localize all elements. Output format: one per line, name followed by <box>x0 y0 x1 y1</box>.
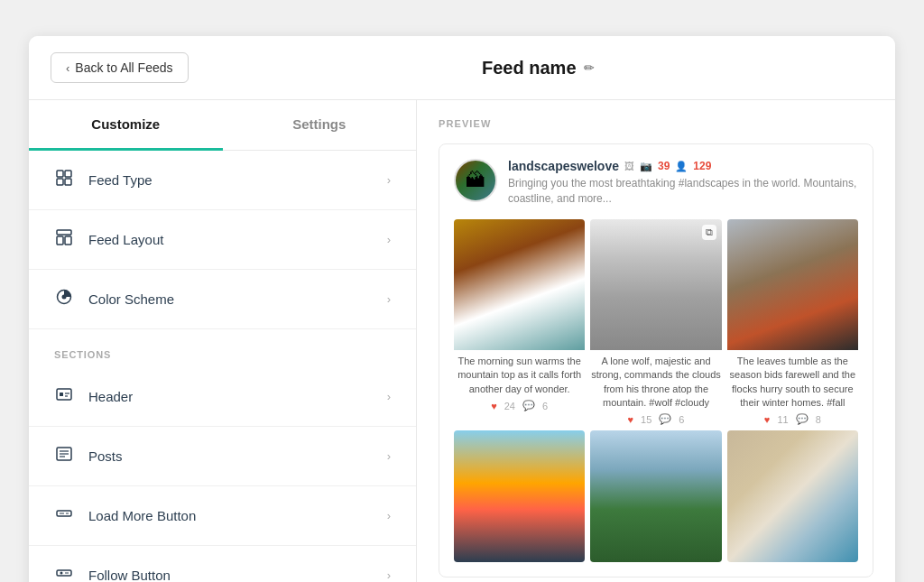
comment-icon-2: 💬 <box>659 413 671 425</box>
sidebar: Customize Settings Feed Type › <box>29 100 417 582</box>
sidebar-item-posts[interactable]: Posts › <box>29 427 416 486</box>
photo-image-6 <box>727 430 858 561</box>
feed-header: 🏔 landscapeswelove 🖼 📷 39 👤 129 Bringing… <box>454 159 858 207</box>
photo-cell-5[interactable] <box>590 430 721 561</box>
load-more-icon <box>54 504 74 527</box>
feed-type-chevron-icon: › <box>387 173 391 187</box>
likes-count-3: 11 <box>777 414 788 425</box>
photo-caption-3: The leaves tumble as the season bids far… <box>727 355 858 411</box>
follow-icon <box>54 564 74 583</box>
load-more-label: Load More Button <box>88 508 373 523</box>
feed-type-icon <box>54 169 74 191</box>
main-container: ‹ Back to All Feeds Feed name ✏ Customiz… <box>29 36 895 582</box>
svg-rect-1 <box>65 171 71 177</box>
feed-layout-icon <box>54 228 74 251</box>
svg-rect-10 <box>60 393 63 396</box>
photo-cell-4[interactable] <box>454 430 585 561</box>
follower-count: 129 <box>693 160 711 172</box>
preview-label: PREVIEW <box>439 118 873 129</box>
photo-grid: The morning sun warms the mountain top a… <box>454 219 858 562</box>
sidebar-item-color-scheme[interactable]: Color Scheme › <box>29 270 416 329</box>
follow-button-chevron-icon: › <box>387 568 391 582</box>
back-button[interactable]: ‹ Back to All Feeds <box>51 52 189 83</box>
color-scheme-chevron-icon: › <box>387 292 391 306</box>
color-scheme-label: Color Scheme <box>88 291 373 307</box>
comments-count-3: 8 <box>816 414 821 425</box>
photo-cell-3[interactable]: The leaves tumble as the season bids far… <box>727 219 858 426</box>
photo-caption-1: The morning sun warms the mountain top a… <box>454 355 585 396</box>
back-chevron-icon: ‹ <box>66 61 69 75</box>
svg-rect-3 <box>65 179 71 185</box>
feed-username: landscapeswelove <box>508 159 619 173</box>
color-scheme-icon <box>54 288 74 310</box>
photo-image-3 <box>727 219 858 350</box>
heart-icon-1: ♥ <box>491 401 497 411</box>
top-bar: ‹ Back to All Feeds Feed name ✏ <box>29 36 895 100</box>
comments-count-2: 6 <box>679 414 684 425</box>
tab-settings[interactable]: Settings <box>223 100 417 151</box>
verified-icon: 🖼 <box>624 161 634 171</box>
content-area: Customize Settings Feed Type › <box>29 100 895 582</box>
photo-image-1 <box>454 219 585 350</box>
header-chevron-icon: › <box>387 390 391 403</box>
feed-account-info: landscapeswelove 🖼 📷 39 👤 129 Bringing y… <box>508 159 858 207</box>
photo-image-5 <box>590 430 721 561</box>
photo-caption-2: A lone wolf, majestic and strong, comman… <box>590 355 721 411</box>
copy-icon: ⧉ <box>702 225 716 240</box>
svg-rect-4 <box>57 230 71 235</box>
sidebar-item-load-more[interactable]: Load More Button › <box>29 486 416 546</box>
edit-icon[interactable]: ✏ <box>584 60 595 75</box>
photo-cell-1[interactable]: The morning sun warms the mountain top a… <box>454 219 585 426</box>
svg-rect-20 <box>57 570 71 576</box>
photo-cell-6[interactable] <box>727 430 858 561</box>
sidebar-item-header[interactable]: Header › <box>29 367 416 427</box>
avatar: 🏔 <box>454 159 497 202</box>
post-count-icon: 📷 <box>640 161 652 172</box>
svg-rect-2 <box>57 179 63 185</box>
preview-area: PREVIEW 🏔 landscapeswelove 🖼 📷 39 👤 129 <box>417 100 895 582</box>
heart-icon-2: ♥ <box>628 414 634 425</box>
feed-layout-chevron-icon: › <box>387 233 391 246</box>
photo-cell-2[interactable]: ⧉ A lone wolf, majestic and strong, comm… <box>590 219 721 426</box>
photo-actions-2: ♥ 15 💬 6 <box>590 413 721 425</box>
svg-rect-9 <box>57 389 71 400</box>
svg-point-21 <box>60 571 63 574</box>
feed-bio: Bringing you the most breathtaking #land… <box>508 176 858 207</box>
photo-actions-3: ♥ 11 💬 8 <box>727 413 858 425</box>
comments-count-1: 6 <box>542 401 548 411</box>
feed-type-label: Feed Type <box>88 172 373 188</box>
comment-icon-1: 💬 <box>522 400 535 411</box>
svg-rect-6 <box>65 236 71 245</box>
comment-icon-3: 💬 <box>796 413 808 425</box>
feed-name-area: Feed name ✏ <box>203 58 873 79</box>
likes-count-1: 24 <box>504 401 515 411</box>
feed-name-text: Feed name <box>482 58 576 79</box>
svg-rect-5 <box>57 236 63 245</box>
main-sidebar-section: Feed Type › Feed Layout › <box>29 151 416 329</box>
posts-icon <box>54 445 74 467</box>
sidebar-item-feed-layout[interactable]: Feed Layout › <box>29 210 416 270</box>
svg-point-8 <box>62 294 67 299</box>
feed-preview: 🏔 landscapeswelove 🖼 📷 39 👤 129 Bringing… <box>439 143 873 577</box>
sections-label: SECTIONS <box>29 329 416 367</box>
tab-customize[interactable]: Customize <box>29 100 223 151</box>
sections-sidebar-section: Header › Posts › <box>29 367 416 583</box>
svg-rect-0 <box>57 171 63 177</box>
likes-count-2: 15 <box>641 414 651 425</box>
follower-icon: 👤 <box>675 161 688 172</box>
posts-chevron-icon: › <box>387 449 391 463</box>
post-count: 39 <box>658 160 670 172</box>
follow-button-label: Follow Button <box>88 568 373 583</box>
photo-actions-1: ♥ 24 💬 6 <box>454 400 585 411</box>
header-icon <box>54 385 74 408</box>
photo-image-4 <box>454 430 585 561</box>
load-more-chevron-icon: › <box>387 509 391 522</box>
tab-bar: Customize Settings <box>29 100 416 151</box>
heart-icon-3: ♥ <box>764 414 771 425</box>
posts-label: Posts <box>88 448 373 464</box>
header-label: Header <box>88 389 373 404</box>
feed-username-row: landscapeswelove 🖼 📷 39 👤 129 <box>508 159 858 173</box>
feed-layout-label: Feed Layout <box>88 232 373 247</box>
sidebar-item-follow-button[interactable]: Follow Button › <box>29 546 416 583</box>
sidebar-item-feed-type[interactable]: Feed Type › <box>29 151 416 210</box>
